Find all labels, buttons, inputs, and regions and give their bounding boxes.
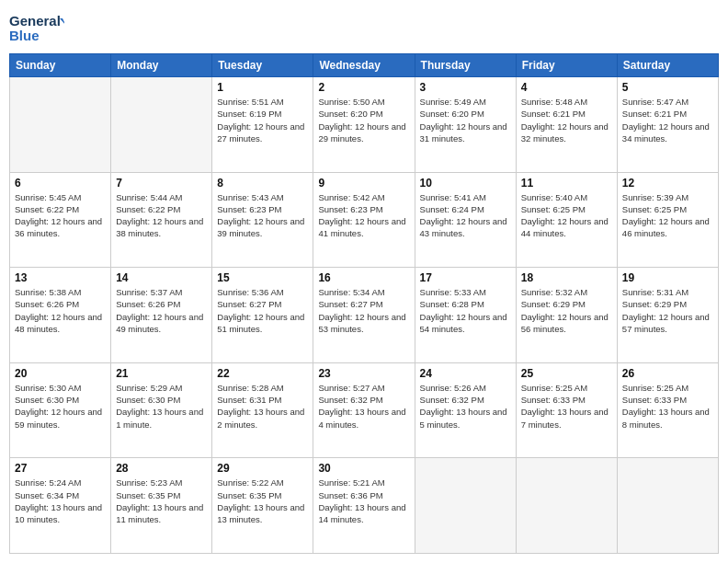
cell-info: Sunrise: 5:36 AM Sunset: 6:27 PM Dayligh… (217, 286, 308, 335)
cell-day-number: 11 (521, 177, 612, 190)
cell-1-4: 10Sunrise: 5:41 AM Sunset: 6:24 PM Dayli… (415, 172, 516, 268)
cell-2-5: 18Sunrise: 5:32 AM Sunset: 6:29 PM Dayli… (516, 268, 617, 363)
cell-info: Sunrise: 5:25 AM Sunset: 6:33 PM Dayligh… (521, 382, 612, 431)
cell-0-1 (111, 77, 212, 173)
cell-day-number: 16 (318, 271, 409, 284)
cell-2-1: 14Sunrise: 5:37 AM Sunset: 6:26 PM Dayli… (111, 268, 212, 363)
cell-info: Sunrise: 5:27 AM Sunset: 6:32 PM Dayligh… (318, 382, 409, 431)
svg-text:Blue: Blue (9, 28, 40, 43)
cell-day-number: 30 (318, 462, 409, 475)
cell-day-number: 25 (521, 367, 612, 380)
cell-0-6: 5Sunrise: 5:47 AM Sunset: 6:21 PM Daylig… (617, 77, 718, 173)
cell-0-2: 1Sunrise: 5:51 AM Sunset: 6:19 PM Daylig… (212, 77, 313, 173)
cell-day-number: 28 (116, 462, 207, 475)
cell-info: Sunrise: 5:24 AM Sunset: 6:34 PM Dayligh… (15, 477, 106, 525)
cell-info: Sunrise: 5:39 AM Sunset: 6:25 PM Dayligh… (622, 191, 713, 240)
week-row-4: 27Sunrise: 5:24 AM Sunset: 6:34 PM Dayli… (10, 458, 719, 554)
cell-4-4 (415, 458, 516, 554)
cell-info: Sunrise: 5:44 AM Sunset: 6:22 PM Dayligh… (116, 191, 207, 240)
calendar: SundayMondayTuesdayWednesdayThursdayFrid… (9, 53, 719, 554)
cell-day-number: 22 (217, 367, 308, 380)
cell-day-number: 8 (217, 177, 308, 190)
header-monday: Monday (111, 54, 212, 77)
cell-2-3: 16Sunrise: 5:34 AM Sunset: 6:27 PM Dayli… (313, 268, 415, 363)
cell-day-number: 9 (318, 177, 409, 190)
cell-info: Sunrise: 5:31 AM Sunset: 6:29 PM Dayligh… (622, 286, 713, 335)
header: General Blue (9, 9, 719, 46)
week-row-2: 13Sunrise: 5:38 AM Sunset: 6:26 PM Dayli… (10, 268, 719, 363)
cell-day-number: 12 (622, 177, 713, 190)
cell-info: Sunrise: 5:26 AM Sunset: 6:32 PM Dayligh… (420, 382, 511, 431)
week-row-1: 6Sunrise: 5:45 AM Sunset: 6:22 PM Daylig… (10, 172, 719, 268)
cell-4-1: 28Sunrise: 5:23 AM Sunset: 6:35 PM Dayli… (111, 458, 212, 554)
cell-day-number: 1 (217, 81, 308, 94)
cell-1-5: 11Sunrise: 5:40 AM Sunset: 6:25 PM Dayli… (516, 172, 617, 268)
cell-4-6 (617, 458, 718, 554)
cell-day-number: 5 (622, 81, 713, 94)
cell-day-number: 3 (420, 81, 511, 94)
cell-info: Sunrise: 5:33 AM Sunset: 6:28 PM Dayligh… (420, 286, 511, 335)
header-wednesday: Wednesday (313, 54, 415, 77)
cell-info: Sunrise: 5:38 AM Sunset: 6:26 PM Dayligh… (15, 286, 106, 335)
cell-day-number: 10 (420, 177, 511, 190)
cell-info: Sunrise: 5:30 AM Sunset: 6:30 PM Dayligh… (15, 382, 106, 431)
cell-4-0: 27Sunrise: 5:24 AM Sunset: 6:34 PM Dayli… (10, 458, 111, 554)
cell-day-number: 18 (521, 271, 612, 284)
cell-2-2: 15Sunrise: 5:36 AM Sunset: 6:27 PM Dayli… (212, 268, 313, 363)
cell-4-2: 29Sunrise: 5:22 AM Sunset: 6:35 PM Dayli… (212, 458, 313, 554)
cell-3-6: 26Sunrise: 5:25 AM Sunset: 6:33 PM Dayli… (617, 362, 718, 458)
cell-1-1: 7Sunrise: 5:44 AM Sunset: 6:22 PM Daylig… (111, 172, 212, 268)
cell-1-3: 9Sunrise: 5:42 AM Sunset: 6:23 PM Daylig… (313, 172, 415, 268)
cell-1-2: 8Sunrise: 5:43 AM Sunset: 6:23 PM Daylig… (212, 172, 313, 268)
header-saturday: Saturday (617, 54, 718, 77)
cell-3-1: 21Sunrise: 5:29 AM Sunset: 6:30 PM Dayli… (111, 362, 212, 458)
cell-info: Sunrise: 5:32 AM Sunset: 6:29 PM Dayligh… (521, 286, 612, 335)
cell-1-0: 6Sunrise: 5:45 AM Sunset: 6:22 PM Daylig… (10, 172, 111, 268)
cell-info: Sunrise: 5:37 AM Sunset: 6:26 PM Dayligh… (116, 286, 207, 335)
logo: General Blue (9, 9, 64, 46)
header-friday: Friday (516, 54, 617, 77)
cell-3-3: 23Sunrise: 5:27 AM Sunset: 6:32 PM Dayli… (313, 362, 415, 458)
week-row-3: 20Sunrise: 5:30 AM Sunset: 6:30 PM Dayli… (10, 362, 719, 458)
cell-3-0: 20Sunrise: 5:30 AM Sunset: 6:30 PM Dayli… (10, 362, 111, 458)
header-sunday: Sunday (10, 54, 111, 77)
cell-info: Sunrise: 5:41 AM Sunset: 6:24 PM Dayligh… (420, 191, 511, 240)
cell-day-number: 19 (622, 271, 713, 284)
cell-2-0: 13Sunrise: 5:38 AM Sunset: 6:26 PM Dayli… (10, 268, 111, 363)
cell-4-3: 30Sunrise: 5:21 AM Sunset: 6:36 PM Dayli… (313, 458, 415, 554)
cell-day-number: 24 (420, 367, 511, 380)
cell-info: Sunrise: 5:42 AM Sunset: 6:23 PM Dayligh… (318, 191, 409, 240)
cell-info: Sunrise: 5:47 AM Sunset: 6:21 PM Dayligh… (622, 96, 713, 144)
cell-info: Sunrise: 5:50 AM Sunset: 6:20 PM Dayligh… (318, 96, 409, 144)
header-tuesday: Tuesday (212, 54, 313, 77)
cell-day-number: 4 (521, 81, 612, 94)
cell-day-number: 23 (318, 367, 409, 380)
svg-text:General: General (9, 13, 61, 29)
cell-4-5 (516, 458, 617, 554)
cell-3-4: 24Sunrise: 5:26 AM Sunset: 6:32 PM Dayli… (415, 362, 516, 458)
cell-3-2: 22Sunrise: 5:28 AM Sunset: 6:31 PM Dayli… (212, 362, 313, 458)
cell-info: Sunrise: 5:34 AM Sunset: 6:27 PM Dayligh… (318, 286, 409, 335)
header-thursday: Thursday (415, 54, 516, 77)
cell-day-number: 20 (15, 367, 106, 380)
calendar-header-row: SundayMondayTuesdayWednesdayThursdayFrid… (10, 54, 719, 77)
calendar-body: 1Sunrise: 5:51 AM Sunset: 6:19 PM Daylig… (10, 77, 719, 554)
cell-day-number: 14 (116, 271, 207, 284)
cell-day-number: 13 (15, 271, 106, 284)
cell-info: Sunrise: 5:21 AM Sunset: 6:36 PM Dayligh… (318, 477, 409, 525)
cell-info: Sunrise: 5:22 AM Sunset: 6:35 PM Dayligh… (217, 477, 308, 525)
cell-day-number: 2 (318, 81, 409, 94)
cell-info: Sunrise: 5:45 AM Sunset: 6:22 PM Dayligh… (15, 191, 106, 240)
cell-info: Sunrise: 5:28 AM Sunset: 6:31 PM Dayligh… (217, 382, 308, 431)
cell-0-0 (10, 77, 111, 173)
cell-day-number: 7 (116, 177, 207, 190)
cell-3-5: 25Sunrise: 5:25 AM Sunset: 6:33 PM Dayli… (516, 362, 617, 458)
cell-0-4: 3Sunrise: 5:49 AM Sunset: 6:20 PM Daylig… (415, 77, 516, 173)
cell-day-number: 17 (420, 271, 511, 284)
cell-info: Sunrise: 5:49 AM Sunset: 6:20 PM Dayligh… (420, 96, 511, 144)
cell-0-5: 4Sunrise: 5:48 AM Sunset: 6:21 PM Daylig… (516, 77, 617, 173)
cell-info: Sunrise: 5:51 AM Sunset: 6:19 PM Dayligh… (217, 96, 308, 144)
cell-day-number: 27 (15, 462, 106, 475)
logo-svg: General Blue (9, 9, 64, 46)
week-row-0: 1Sunrise: 5:51 AM Sunset: 6:19 PM Daylig… (10, 77, 719, 173)
